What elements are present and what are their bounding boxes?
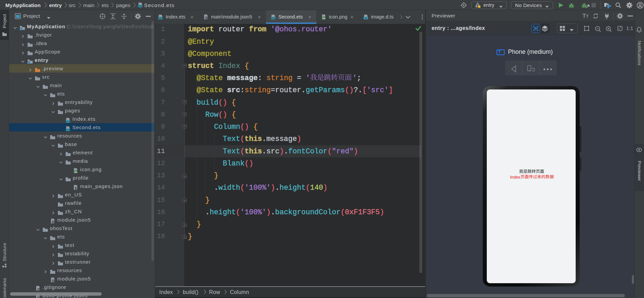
svg-text:ETS: ETS [159,17,162,19]
svg-text:ETS: ETS [138,5,142,7]
svg-text:ETS: ETS [66,129,70,131]
svg-text:TS: TS [365,17,367,19]
svg-text:0: 0 [75,187,77,190]
svg-text:0: 0 [38,297,39,298]
svg-text:0: 0 [53,280,54,282]
svg-text:0: 0 [53,221,54,223]
svg-text:0: 0 [206,17,207,19]
svg-text:ETS: ETS [66,120,70,122]
svg-text:ETS: ETS [271,17,275,19]
